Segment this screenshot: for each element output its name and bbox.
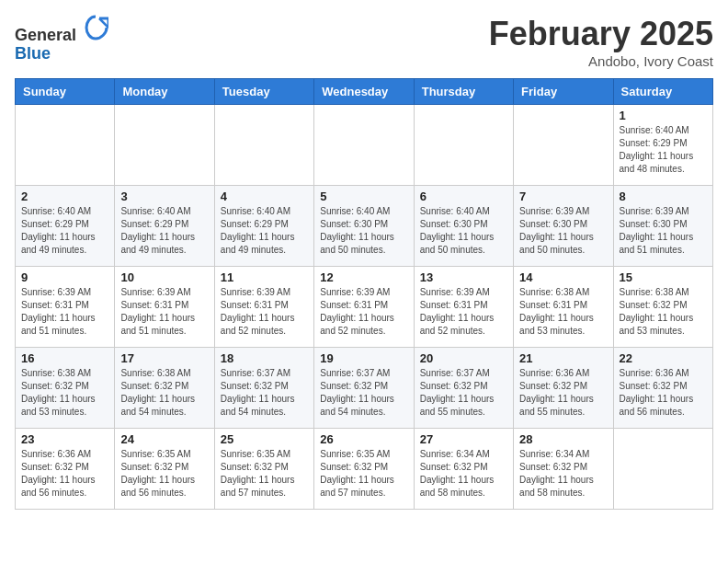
day-number: 19: [320, 351, 407, 365]
location-subtitle: Andobo, Ivory Coast: [489, 53, 713, 69]
day-info: Sunrise: 6:39 AM Sunset: 6:30 PM Dayligh…: [620, 205, 707, 257]
table-row: 25Sunrise: 6:35 AM Sunset: 6:32 PM Dayli…: [214, 429, 313, 510]
day-number: 27: [420, 432, 507, 446]
day-number: 5: [320, 190, 407, 203]
table-row: 6Sunrise: 6:40 AM Sunset: 6:30 PM Daylig…: [414, 186, 513, 267]
table-row: 8Sunrise: 6:39 AM Sunset: 6:30 PM Daylig…: [613, 186, 712, 267]
day-info: Sunrise: 6:40 AM Sunset: 6:29 PM Dayligh…: [620, 124, 707, 176]
day-number: 15: [620, 270, 707, 284]
day-number: 1: [620, 109, 707, 122]
day-number: 18: [221, 351, 308, 365]
logo-icon: [83, 15, 108, 40]
day-info: Sunrise: 6:39 AM Sunset: 6:31 PM Dayligh…: [21, 286, 108, 338]
header-sunday: Sunday: [16, 79, 115, 105]
calendar-week-0: 1Sunrise: 6:40 AM Sunset: 6:29 PM Daylig…: [16, 105, 713, 186]
day-number: 25: [221, 432, 308, 446]
day-number: 16: [21, 351, 108, 365]
header-monday: Monday: [115, 79, 214, 105]
header-thursday: Thursday: [414, 79, 513, 105]
day-info: Sunrise: 6:39 AM Sunset: 6:31 PM Dayligh…: [120, 286, 208, 338]
calendar-week-1: 2Sunrise: 6:40 AM Sunset: 6:29 PM Daylig…: [16, 186, 713, 267]
day-number: 22: [620, 351, 707, 365]
day-number: 7: [519, 190, 607, 203]
table-row: [613, 429, 712, 510]
day-number: 8: [620, 190, 707, 203]
day-number: 2: [21, 190, 108, 203]
day-info: Sunrise: 6:38 AM Sunset: 6:32 PM Dayligh…: [620, 286, 707, 338]
day-number: 17: [120, 351, 208, 365]
header-friday: Friday: [514, 79, 613, 105]
day-number: 23: [21, 432, 108, 446]
table-row: [16, 105, 115, 186]
table-row: 13Sunrise: 6:39 AM Sunset: 6:31 PM Dayli…: [414, 267, 513, 348]
table-row: 22Sunrise: 6:36 AM Sunset: 6:32 PM Dayli…: [613, 348, 712, 429]
day-info: Sunrise: 6:39 AM Sunset: 6:31 PM Dayligh…: [221, 286, 308, 338]
day-number: 20: [420, 351, 507, 365]
header-wednesday: Wednesday: [314, 79, 414, 105]
table-row: [314, 105, 414, 186]
day-info: Sunrise: 6:36 AM Sunset: 6:32 PM Dayligh…: [620, 367, 707, 419]
day-number: 12: [320, 270, 407, 284]
table-row: 23Sunrise: 6:36 AM Sunset: 6:32 PM Dayli…: [16, 429, 115, 510]
table-row: 27Sunrise: 6:34 AM Sunset: 6:32 PM Dayli…: [414, 429, 513, 510]
calendar-week-2: 9Sunrise: 6:39 AM Sunset: 6:31 PM Daylig…: [16, 267, 713, 348]
day-number: 13: [420, 270, 507, 284]
header-tuesday: Tuesday: [214, 79, 313, 105]
calendar-week-3: 16Sunrise: 6:38 AM Sunset: 6:32 PM Dayli…: [16, 348, 713, 429]
table-row: 26Sunrise: 6:35 AM Sunset: 6:32 PM Dayli…: [314, 429, 414, 510]
day-info: Sunrise: 6:38 AM Sunset: 6:32 PM Dayligh…: [21, 367, 108, 419]
day-info: Sunrise: 6:37 AM Sunset: 6:32 PM Dayligh…: [420, 367, 507, 419]
day-number: 9: [21, 270, 108, 284]
calendar-week-4: 23Sunrise: 6:36 AM Sunset: 6:32 PM Dayli…: [16, 429, 713, 510]
day-number: 21: [519, 351, 607, 365]
day-info: Sunrise: 6:34 AM Sunset: 6:32 PM Dayligh…: [519, 448, 607, 500]
table-row: 1Sunrise: 6:40 AM Sunset: 6:29 PM Daylig…: [613, 105, 712, 186]
table-row: 17Sunrise: 6:38 AM Sunset: 6:32 PM Dayli…: [115, 348, 214, 429]
day-info: Sunrise: 6:37 AM Sunset: 6:32 PM Dayligh…: [221, 367, 308, 419]
table-row: 9Sunrise: 6:39 AM Sunset: 6:31 PM Daylig…: [16, 267, 115, 348]
calendar-table: Sunday Monday Tuesday Wednesday Thursday…: [15, 78, 713, 510]
table-row: 20Sunrise: 6:37 AM Sunset: 6:32 PM Dayli…: [414, 348, 513, 429]
day-number: 11: [221, 270, 308, 284]
day-info: Sunrise: 6:40 AM Sunset: 6:30 PM Dayligh…: [420, 205, 507, 257]
table-row: 10Sunrise: 6:39 AM Sunset: 6:31 PM Dayli…: [115, 267, 214, 348]
month-title: February 2025: [489, 15, 713, 53]
logo: General Blue: [15, 15, 108, 63]
day-info: Sunrise: 6:40 AM Sunset: 6:30 PM Dayligh…: [320, 205, 407, 257]
title-area: February 2025 Andobo, Ivory Coast: [489, 15, 713, 69]
table-row: 21Sunrise: 6:36 AM Sunset: 6:32 PM Dayli…: [514, 348, 613, 429]
table-row: 18Sunrise: 6:37 AM Sunset: 6:32 PM Dayli…: [214, 348, 313, 429]
header: General Blue February 2025 Andobo, Ivory…: [15, 15, 713, 69]
day-number: 14: [519, 270, 607, 284]
table-row: 28Sunrise: 6:34 AM Sunset: 6:32 PM Dayli…: [514, 429, 613, 510]
day-info: Sunrise: 6:36 AM Sunset: 6:32 PM Dayligh…: [21, 448, 108, 500]
table-row: 24Sunrise: 6:35 AM Sunset: 6:32 PM Dayli…: [115, 429, 214, 510]
day-number: 28: [519, 432, 607, 446]
logo-blue: Blue: [15, 44, 51, 63]
table-row: 5Sunrise: 6:40 AM Sunset: 6:30 PM Daylig…: [314, 186, 414, 267]
table-row: 2Sunrise: 6:40 AM Sunset: 6:29 PM Daylig…: [16, 186, 115, 267]
day-number: 6: [420, 190, 507, 203]
day-info: Sunrise: 6:39 AM Sunset: 6:31 PM Dayligh…: [420, 286, 507, 338]
day-info: Sunrise: 6:36 AM Sunset: 6:32 PM Dayligh…: [519, 367, 607, 419]
table-row: 15Sunrise: 6:38 AM Sunset: 6:32 PM Dayli…: [613, 267, 712, 348]
table-row: 11Sunrise: 6:39 AM Sunset: 6:31 PM Dayli…: [214, 267, 313, 348]
day-info: Sunrise: 6:35 AM Sunset: 6:32 PM Dayligh…: [120, 448, 208, 500]
table-row: 7Sunrise: 6:39 AM Sunset: 6:30 PM Daylig…: [514, 186, 613, 267]
table-row: 14Sunrise: 6:38 AM Sunset: 6:31 PM Dayli…: [514, 267, 613, 348]
table-row: 3Sunrise: 6:40 AM Sunset: 6:29 PM Daylig…: [115, 186, 214, 267]
table-row: 12Sunrise: 6:39 AM Sunset: 6:31 PM Dayli…: [314, 267, 414, 348]
day-number: 4: [221, 190, 308, 203]
day-number: 3: [120, 190, 208, 203]
table-row: [414, 105, 513, 186]
logo-general: General: [15, 26, 76, 44]
day-info: Sunrise: 6:39 AM Sunset: 6:30 PM Dayligh…: [519, 205, 607, 257]
weekday-header-row: Sunday Monday Tuesday Wednesday Thursday…: [16, 79, 713, 105]
day-info: Sunrise: 6:35 AM Sunset: 6:32 PM Dayligh…: [221, 448, 308, 500]
day-info: Sunrise: 6:37 AM Sunset: 6:32 PM Dayligh…: [320, 367, 407, 419]
day-info: Sunrise: 6:35 AM Sunset: 6:32 PM Dayligh…: [320, 448, 407, 500]
day-info: Sunrise: 6:34 AM Sunset: 6:32 PM Dayligh…: [420, 448, 507, 500]
header-saturday: Saturday: [613, 79, 712, 105]
day-number: 10: [120, 270, 208, 284]
day-info: Sunrise: 6:38 AM Sunset: 6:31 PM Dayligh…: [519, 286, 607, 338]
